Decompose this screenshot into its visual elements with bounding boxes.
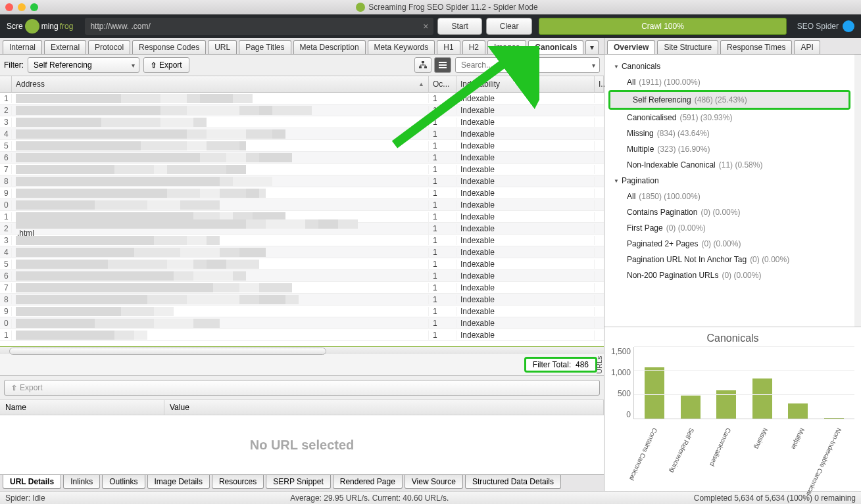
table-row[interactable]: 11Indexable xyxy=(0,329,604,341)
table-row[interactable]: 71Indexable xyxy=(0,164,604,175)
tree-item-non-indexable-canonical[interactable]: Non-Indexable Canonical(11) (0.58%) xyxy=(604,157,854,173)
tab-external[interactable]: External xyxy=(44,40,86,54)
tree-item-all[interactable]: All(1911) (100.00%) xyxy=(604,74,854,90)
chart-y-label: URLs xyxy=(595,355,603,374)
tab-meta-description[interactable]: Meta Description xyxy=(293,40,366,54)
detail-tab-inlinks[interactable]: Inlinks xyxy=(63,475,100,489)
filter-select[interactable]: Self Referencing xyxy=(28,57,139,73)
svg-rect-3 xyxy=(439,62,447,63)
table-row[interactable]: 71Indexable xyxy=(0,282,604,294)
chart-bar[interactable] xyxy=(645,367,664,419)
tree-section-pagination[interactable]: Pagination xyxy=(604,173,854,189)
detail-tab-structured-data-details[interactable]: Structured Data Details xyxy=(465,475,561,489)
table-row[interactable]: 01Indexable xyxy=(0,317,604,329)
tree-item-non-200-pagination-urls[interactable]: Non-200 Pagination URLs(0) (0.00%) xyxy=(604,267,854,283)
table-row[interactable]: 31Indexable xyxy=(0,235,604,246)
detail-tab-serp-snippet[interactable]: SERP Snippet xyxy=(266,475,331,489)
close-icon[interactable] xyxy=(5,3,13,11)
tab-meta-keywords[interactable]: Meta Keywords xyxy=(368,40,435,54)
search-input[interactable]: Search... xyxy=(455,57,600,73)
svg-rect-2 xyxy=(424,66,427,68)
detail-tab-image-details[interactable]: Image Details xyxy=(147,475,210,489)
tab-h2[interactable]: H2 xyxy=(462,40,485,54)
table-row[interactable]: 41Indexable xyxy=(0,246,604,258)
tree-item-pagination-url-not-in-anchor-tag[interactable]: Pagination URL Not In Anchor Tag(0) (0.0… xyxy=(604,252,854,267)
tree-item-missing[interactable]: Missing(834) (43.64%) xyxy=(604,126,854,141)
table-row[interactable]: 01Indexable xyxy=(0,199,604,211)
table-row[interactable]: 2.html1Indexable xyxy=(0,223,604,235)
start-button[interactable]: Start xyxy=(437,18,481,35)
twitter-icon[interactable] xyxy=(843,20,854,32)
right-tab-overview[interactable]: Overview xyxy=(607,40,655,54)
chart-bar[interactable] xyxy=(681,396,701,419)
table-row[interactable]: 81Indexable xyxy=(0,175,604,187)
tab-images[interactable]: Images xyxy=(487,40,526,54)
chart-bar[interactable] xyxy=(788,403,808,419)
tab-h1[interactable]: H1 xyxy=(437,40,460,54)
table-row[interactable]: 21Indexable xyxy=(0,104,604,116)
window-controls[interactable] xyxy=(5,3,38,11)
clear-url-icon[interactable]: × xyxy=(423,21,428,32)
tree-item-all[interactable]: All(1850) (100.00%) xyxy=(604,189,854,204)
window-title: Screaming Frog SEO Spider 11.2 - Spider … xyxy=(38,3,856,12)
detail-export-button[interactable]: Export xyxy=(4,380,600,396)
table-row[interactable]: 91Indexable xyxy=(0,187,604,199)
table-row[interactable]: 91Indexable xyxy=(0,306,604,317)
tab-internal[interactable]: Internal xyxy=(3,40,42,54)
tab-url[interactable]: URL xyxy=(208,40,237,54)
export-button[interactable]: Export xyxy=(143,57,189,73)
tree-item-contains-pagination[interactable]: Contains Pagination(0) (0.00%) xyxy=(604,204,854,220)
tab-response-codes[interactable]: Response Codes xyxy=(132,40,206,54)
col-address[interactable]: Address▲ xyxy=(12,76,429,92)
table-row[interactable]: 61Indexable xyxy=(0,152,604,164)
col-occurrences[interactable]: Oc... xyxy=(429,76,456,92)
tree-item-self-referencing[interactable]: Self Referencing(486) (25.43%) xyxy=(610,92,849,108)
tree-item-canonicalised[interactable]: Canonicalised(591) (30.93%) xyxy=(604,110,854,126)
tab-protocol[interactable]: Protocol xyxy=(88,40,130,54)
status-left: Spider: Idle xyxy=(5,493,45,503)
right-tab-site-structure[interactable]: Site Structure xyxy=(657,40,718,54)
clear-button[interactable]: Clear xyxy=(486,18,533,35)
tree-section-canonicals[interactable]: Canonicals xyxy=(604,58,854,74)
filter-label: Filter: xyxy=(4,60,24,70)
table-row[interactable]: 31Indexable xyxy=(0,116,604,128)
chart-bar[interactable] xyxy=(752,378,772,419)
results-grid: Address▲ Oc... Indexability I... 11Index… xyxy=(0,76,604,375)
right-tab-api[interactable]: API xyxy=(794,40,820,54)
right-scrollbar[interactable] xyxy=(854,55,861,327)
table-row[interactable]: 41Indexable xyxy=(0,128,604,140)
detail-tab-view-source[interactable]: View Source xyxy=(405,475,463,489)
upload-icon xyxy=(151,60,157,70)
tab-page-titles[interactable]: Page Titles xyxy=(239,40,291,54)
table-row[interactable]: 61Indexable xyxy=(0,270,604,282)
table-row[interactable]: 51Indexable xyxy=(0,140,604,152)
col-indexability[interactable]: Indexability xyxy=(456,76,595,92)
tree-item-paginated-2+-pages[interactable]: Paginated 2+ Pages(0) (0.00%) xyxy=(604,236,854,252)
chart-bar[interactable] xyxy=(824,418,844,419)
tab-canonicals[interactable]: Canonicals xyxy=(528,40,583,54)
tabs-overflow[interactable]: ▾ xyxy=(585,40,599,54)
detail-tab-rendered-page[interactable]: Rendered Page xyxy=(333,475,403,489)
table-row[interactable]: 11Indexable xyxy=(0,93,604,104)
chart-y-axis: URLs 1,5001,0005000 xyxy=(611,347,633,419)
list-view-toggle[interactable] xyxy=(434,57,451,73)
table-row[interactable]: 81Indexable xyxy=(0,294,604,306)
grid-body[interactable]: 11Indexable21Indexable31Indexable41Index… xyxy=(0,93,604,346)
tree-item-multiple[interactable]: Multiple(323) (16.90%) xyxy=(604,141,854,157)
maximize-icon[interactable] xyxy=(30,3,38,11)
tree-view-toggle[interactable] xyxy=(414,57,431,73)
grid-header[interactable]: Address▲ Oc... Indexability I... xyxy=(0,76,604,93)
detail-tab-resources[interactable]: Resources xyxy=(212,475,264,489)
horizontal-scrollbar[interactable] xyxy=(0,346,604,354)
titlebar: Screaming Frog SEO Spider 11.2 - Spider … xyxy=(0,0,861,14)
right-tab-response-times[interactable]: Response Times xyxy=(720,40,792,54)
tree-item-first-page[interactable]: First Page(0) (0.00%) xyxy=(604,220,854,236)
detail-tab-url-details[interactable]: URL Details xyxy=(3,475,61,489)
col-last[interactable]: I... xyxy=(595,76,604,92)
detail-tab-outlinks[interactable]: Outlinks xyxy=(102,475,145,489)
url-input[interactable]: http://www. .com/ × xyxy=(85,18,433,35)
table-row[interactable]: 51Indexable xyxy=(0,258,604,270)
brand-right: SEO Spider xyxy=(797,20,854,32)
minimize-icon[interactable] xyxy=(18,3,26,11)
app-icon xyxy=(356,3,365,12)
